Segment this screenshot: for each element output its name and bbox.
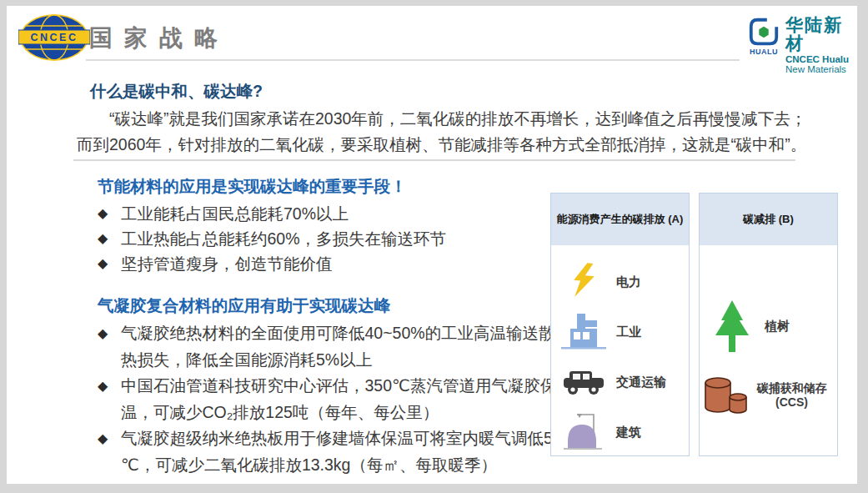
hualu-name-en2: New Materials xyxy=(785,64,857,74)
reduction-item-label: 植树 xyxy=(765,319,790,335)
carbon-emission-box: 能源消费产生的碳排放 (A) 电力 xyxy=(550,193,690,456)
energy-saving-heading: 节能材料的应用是实现碳达峰的重要手段！ xyxy=(98,175,407,198)
bullet-text: 气凝胶超级纳米绝热板用于修建墙体保温可将室内暖气调低5 ℃，可减少二氧化碳排放1… xyxy=(121,429,553,474)
reduction-item-label: 碳捕获和储存 (CCS) xyxy=(746,381,837,410)
hualu-mark-icon xyxy=(747,16,780,49)
hualu-name-en1: CNCEC Hualu xyxy=(785,54,857,64)
emission-row-electricity: 电力 xyxy=(551,257,689,307)
list-item: ◆ 气凝胶超级纳米绝热板用于修建墙体保温可将室内暖气调低5 ℃，可减少二氧化碳排… xyxy=(98,425,561,478)
bullet-text: 气凝胶绝热材料的全面使用可降低40~50%的工业高温输送散热损失，降低全国能源消… xyxy=(121,324,555,369)
diamond-bullet-icon: ◆ xyxy=(98,201,108,226)
bullet-text: 坚持管道瘦身，创造节能价值 xyxy=(121,254,333,273)
emission-item-label: 建筑 xyxy=(616,425,641,440)
list-item: ◆ 工业能耗占国民总能耗70%以上 xyxy=(98,201,548,226)
lightning-icon xyxy=(572,263,595,301)
hualu-name-cn: 华陆新材 xyxy=(785,16,857,53)
energy-saving-bullet-list: ◆ 工业能耗占国民总能耗70%以上 ◆ 工业热能占总能耗约60%，多损失在输送环… xyxy=(98,201,548,276)
reduction-row-tree: 植树 xyxy=(700,289,837,364)
ccs-label-line1: 碳捕获和储存 xyxy=(757,381,827,395)
intro-paragraph: “碳达峰”就是我们国家承诺在2030年前，二氧化碳的排放不再增长，达到峰值之后再… xyxy=(77,106,850,158)
carbon-reduction-box: 碳减排 (B) 植树 xyxy=(699,193,838,456)
emission-item-label: 工业 xyxy=(616,324,641,340)
list-item: ◆ 气凝胶绝热材料的全面使用可降低40~50%的工业高温输送散热损失，降低全国能… xyxy=(98,320,561,373)
emission-box-title: 能源消费产生的碳排放 (A) xyxy=(551,194,689,245)
bullet-text: 工业热能占总能耗约60%，多损失在输送环节 xyxy=(121,229,446,248)
intro-line2: 而到2060年，针对排放的二氧化碳，要采取植树、节能减排等各种方式全部抵消掉，这… xyxy=(77,132,850,158)
diamond-bullet-icon: ◆ xyxy=(98,251,108,276)
car-icon xyxy=(564,369,604,395)
intro-line1: “碳达峰”就是我们国家承诺在2030年前，二氧化碳的排放不再增长，达到峰值之后再… xyxy=(77,106,850,132)
aerogel-bullet-list: ◆ 气凝胶绝热材料的全面使用可降低40~50%的工业高温输送散热损失，降低全国能… xyxy=(98,320,561,478)
diamond-bullet-icon: ◆ xyxy=(98,226,108,251)
emission-item-label: 交通运输 xyxy=(616,375,666,390)
factory-icon xyxy=(561,314,606,350)
building-icon xyxy=(564,411,604,453)
hualu-tag-text: HUALU xyxy=(750,48,778,56)
ccs-label-line2: (CCS) xyxy=(775,395,808,409)
bullet-text: 工业能耗占国民总能耗70%以上 xyxy=(121,204,349,223)
list-item: ◆ 坚持管道瘦身，创造节能价值 xyxy=(98,251,548,276)
cncec-logo-icon: CNCEC xyxy=(18,13,90,63)
bullet-text: 中国石油管道科技研究中心评估，350℃蒸汽管道用气凝胶保温，可减少CO₂排放12… xyxy=(121,376,556,421)
intro-heading: 什么是碳中和、碳达峰? xyxy=(90,80,263,103)
barrels-icon xyxy=(704,375,749,415)
list-item: ◆ 中国石油管道科技研究中心评估，350℃蒸汽管道用气凝胶保温，可减少CO₂排放… xyxy=(98,373,561,425)
slide: CNCEC 国家战略 HUALU 华陆新材 CNCEC Hualu New Ma… xyxy=(7,6,857,484)
diamond-bullet-icon: ◆ xyxy=(98,320,108,347)
diamond-bullet-icon: ◆ xyxy=(98,373,108,400)
cncec-acronym-text: CNCEC xyxy=(31,32,78,43)
diamond-bullet-icon: ◆ xyxy=(98,425,108,452)
reduction-box-title: 碳减排 (B) xyxy=(700,194,837,245)
page-title: 国家战略 xyxy=(89,23,229,54)
emission-item-label: 电力 xyxy=(616,274,641,290)
header-divider xyxy=(86,59,740,61)
hualu-logo: HUALU 华陆新材 CNCEC Hualu New Materials xyxy=(747,16,857,74)
list-item: ◆ 工业热能占总能耗约60%，多损失在输送环节 xyxy=(98,226,548,251)
emission-row-transport: 交通运输 xyxy=(551,357,689,407)
emission-row-building: 建筑 xyxy=(551,407,689,457)
aerogel-heading: 气凝胶复合材料的应用有助于实现碳达峰 xyxy=(98,294,390,317)
reduction-row-ccs: 碳捕获和储存 (CCS) xyxy=(700,366,837,425)
section-divider xyxy=(73,159,795,161)
emission-row-industry: 工业 xyxy=(551,307,689,357)
tree-icon xyxy=(713,300,751,352)
